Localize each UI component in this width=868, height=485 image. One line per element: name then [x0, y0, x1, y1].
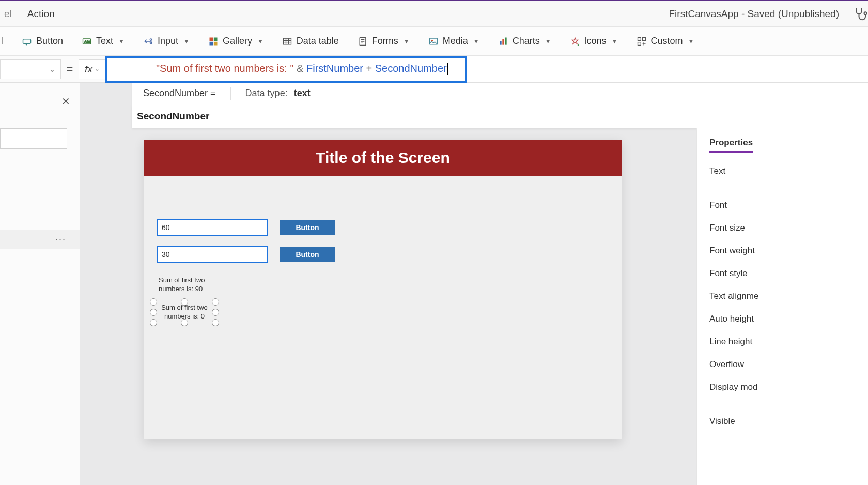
- gallery-icon: [208, 36, 219, 47]
- formula-input[interactable]: "Sum of first two numbers is: " & FirstN…: [105, 56, 467, 83]
- second-number-input[interactable]: [157, 246, 268, 263]
- svg-point-5: [150, 42, 151, 43]
- prop-auto-height[interactable]: Auto height: [709, 308, 868, 330]
- equals-sign: =: [61, 63, 79, 76]
- result-label-2-selected[interactable]: Sum of first two numbers is: 0: [153, 302, 215, 323]
- button-icon: [22, 36, 32, 47]
- chevron-down-icon: ▼: [118, 38, 125, 45]
- prop-overflow[interactable]: Overflow: [709, 353, 868, 376]
- property-selector[interactable]: ⌄: [0, 59, 61, 79]
- svg-text:Abc: Abc: [84, 39, 91, 44]
- svg-rect-17: [638, 37, 641, 40]
- result-label-1: Sum of first two numbers is: 90: [159, 276, 221, 294]
- formula-bar: ⌄ = fx⌄ "Sum of first two numbers is: " …: [0, 56, 868, 83]
- custom-icon: [637, 36, 647, 47]
- tab-truncated-left[interactable]: el: [4, 8, 12, 20]
- prop-text[interactable]: Text: [709, 160, 868, 183]
- resize-handle[interactable]: [212, 298, 219, 306]
- menu-tab-row: el Action FirstCanvasApp - Saved (Unpubl…: [0, 1, 868, 27]
- resize-handle[interactable]: [181, 298, 188, 306]
- svg-rect-15: [502, 39, 504, 44]
- chevron-down-icon: ▼: [688, 38, 694, 45]
- svg-rect-7: [214, 37, 218, 41]
- chevron-down-icon: ⌄: [95, 66, 99, 72]
- intellisense-info-bar: SecondNumber = Data type: text: [132, 83, 868, 104]
- button-1[interactable]: Button: [280, 220, 335, 235]
- resize-handle[interactable]: [212, 309, 219, 316]
- canvas-area: SecondNumber = Data type: text SecondNum…: [80, 83, 868, 485]
- ribbon-truncated[interactable]: l: [0, 27, 12, 55]
- svg-rect-9: [214, 41, 218, 45]
- input-icon: [143, 36, 153, 47]
- button-2[interactable]: Button: [280, 247, 335, 262]
- app-screen-preview: Title of the Screen Button Button Sum of…: [144, 140, 622, 439]
- intellisense-suggestion[interactable]: SecondNumber: [132, 104, 868, 128]
- svg-rect-16: [505, 37, 506, 44]
- text-icon: Abc: [82, 36, 92, 47]
- app-title: FirstCanvasApp - Saved (Unpublished): [669, 8, 840, 20]
- fx-button[interactable]: fx⌄: [79, 59, 105, 79]
- chevron-down-icon: ⌄: [49, 65, 55, 73]
- svg-rect-1: [23, 39, 31, 43]
- tree-selected-item[interactable]: ···: [0, 230, 80, 249]
- table-icon: [282, 36, 292, 47]
- tree-search-input[interactable]: [0, 128, 67, 149]
- screen-title-bar: Title of the Screen: [144, 140, 622, 176]
- resize-handle[interactable]: [181, 319, 188, 326]
- tree-view-panel: ✕ ···: [0, 83, 80, 485]
- prop-font-style[interactable]: Font style: [709, 262, 868, 285]
- forms-icon: [358, 36, 368, 47]
- resize-handle[interactable]: [150, 309, 157, 316]
- first-number-input[interactable]: [157, 219, 268, 236]
- prop-line-height[interactable]: Line height: [709, 330, 868, 353]
- svg-rect-10: [283, 38, 291, 44]
- prop-text-alignment[interactable]: Text alignme: [709, 285, 868, 308]
- ribbon-charts[interactable]: Charts▼: [489, 27, 561, 55]
- ribbon-custom[interactable]: Custom▼: [627, 27, 704, 55]
- prop-display-mode[interactable]: Display mod: [709, 376, 868, 399]
- ribbon-icons[interactable]: Icons▼: [561, 27, 627, 55]
- resize-handle[interactable]: [212, 319, 219, 326]
- ribbon-button[interactable]: Button: [12, 27, 72, 55]
- resize-handle[interactable]: [150, 298, 157, 306]
- svg-rect-8: [209, 41, 213, 45]
- tab-action[interactable]: Action: [27, 8, 55, 20]
- svg-rect-6: [209, 37, 213, 41]
- icons-icon: [570, 36, 580, 47]
- properties-panel: Properties Text Font Font size Font weig…: [696, 128, 868, 485]
- charts-icon: [498, 36, 508, 47]
- chevron-down-icon: ▼: [257, 38, 264, 45]
- chevron-down-icon: ▼: [473, 38, 479, 45]
- stethoscope-icon[interactable]: [853, 6, 868, 22]
- svg-point-4: [150, 39, 151, 40]
- svg-point-0: [864, 12, 867, 14]
- prop-font-size[interactable]: Font size: [709, 217, 868, 239]
- properties-tab[interactable]: Properties: [709, 138, 753, 153]
- prop-visible[interactable]: Visible: [709, 410, 868, 433]
- resize-handle[interactable]: [150, 319, 157, 326]
- close-icon[interactable]: ✕: [61, 95, 70, 108]
- chevron-down-icon: ▼: [612, 38, 618, 45]
- prop-font[interactable]: Font: [709, 194, 868, 217]
- chevron-down-icon: ▼: [404, 38, 410, 45]
- chevron-down-icon: ▼: [183, 38, 190, 45]
- prop-font-weight[interactable]: Font weight: [709, 239, 868, 262]
- svg-rect-19: [638, 42, 641, 45]
- media-icon: [428, 36, 439, 47]
- svg-rect-14: [500, 41, 501, 45]
- svg-rect-18: [642, 37, 645, 40]
- chevron-down-icon: ▼: [545, 38, 551, 45]
